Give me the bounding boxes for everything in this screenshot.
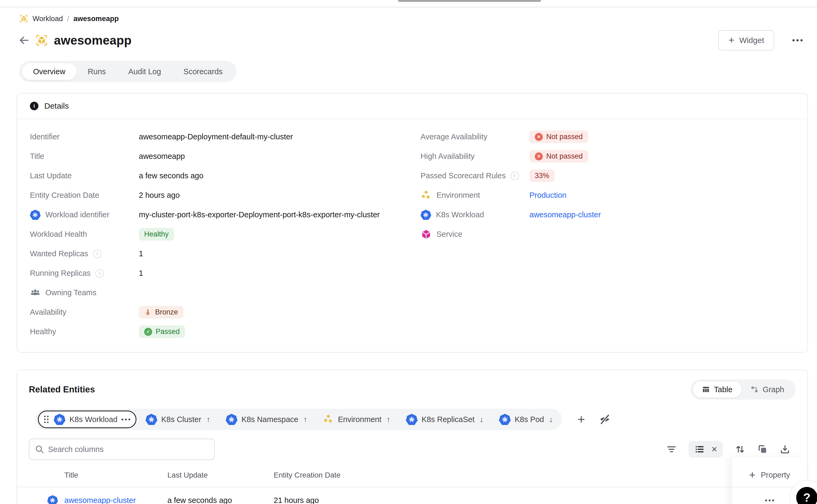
breadcrumb: Workload / awesomeapp: [19, 13, 817, 25]
last-update-value: a few seconds ago: [139, 171, 203, 180]
direction-up-icon: ↑: [303, 415, 307, 424]
row-menu-button[interactable]: [765, 499, 774, 501]
workload-health-badge: Healthy: [139, 228, 174, 241]
relation-chips-row: K8s Workload K8s Cluster ↑ K8s Namespace…: [35, 409, 796, 430]
add-widget-button[interactable]: + Widget: [718, 30, 774, 50]
row-title-link[interactable]: awesomeapp-cluster: [64, 496, 136, 504]
chip-k8s-cluster[interactable]: K8s Cluster ↑: [139, 411, 217, 428]
detail-row: Availability Bronze: [30, 302, 421, 322]
breadcrumb-workload[interactable]: Workload: [33, 15, 63, 23]
breadcrumb-separator: /: [67, 15, 69, 23]
detail-row: Wanted Replicas i 1: [30, 244, 421, 263]
sort-button[interactable]: [735, 444, 745, 455]
search-columns-input[interactable]: [29, 439, 215, 460]
detail-row: Service: [421, 225, 795, 244]
workload-blueprint-icon: [19, 14, 28, 23]
tab-overview[interactable]: Overview: [22, 63, 77, 80]
title-value: awesomeapp: [139, 152, 185, 161]
detail-row: Workload identifier my-cluster-port-k8s-…: [30, 205, 421, 225]
list-icon: [694, 444, 705, 454]
detail-row: Passed Scorecard Rules i 33%: [421, 166, 795, 186]
view-toggle: Table Graph: [690, 379, 796, 400]
filter-icon: [666, 444, 677, 455]
direction-down-icon: ↓: [480, 415, 484, 424]
direction-up-icon: ↑: [386, 415, 390, 424]
group-by-control: ×: [689, 441, 723, 458]
chip-environment[interactable]: Environment ↑: [316, 411, 397, 428]
kubernetes-icon: [47, 495, 58, 504]
detail-row: Average Availability × Not passed: [421, 127, 795, 147]
environment-icon: [323, 414, 334, 425]
environment-icon: [421, 190, 432, 201]
average-availability-badge: × Not passed: [529, 131, 588, 143]
info-tooltip-icon[interactable]: i: [510, 172, 519, 180]
back-arrow-icon: [18, 35, 30, 46]
detail-row: K8s Workload awesomeapp-cluster: [421, 205, 795, 225]
teams-icon: [30, 288, 41, 298]
copy-icon: [757, 444, 768, 455]
kubernetes-icon: [54, 414, 65, 425]
toggle-graph[interactable]: Graph: [741, 381, 793, 397]
details-header: i Details: [17, 93, 807, 119]
detail-row: High Availability × Not passed: [421, 147, 795, 166]
detail-row: Entity Creation Date 2 hours ago: [30, 186, 421, 205]
eye-off-icon: [599, 414, 611, 425]
chip-k8s-namespace[interactable]: K8s Namespace ↑: [219, 411, 313, 428]
detail-row: Running Replicas i 1: [30, 263, 421, 283]
question-mark-icon: ?: [796, 487, 817, 504]
direction-up-icon: ↑: [206, 415, 210, 424]
kubernetes-icon: [226, 414, 237, 425]
tab-audit-log[interactable]: Audit Log: [117, 63, 172, 80]
workload-entity-icon: [35, 34, 48, 47]
detail-row: Title awesomeapp: [30, 147, 421, 166]
detail-row: Owning Teams: [30, 283, 421, 302]
column-header-last-update[interactable]: Last Update: [167, 471, 274, 479]
page: Workload / awesomeapp awesomeapp + Widge…: [0, 7, 817, 504]
more-menu-button[interactable]: [790, 37, 805, 44]
group-list-button[interactable]: [694, 444, 705, 454]
tab-scorecards[interactable]: Scorecards: [172, 63, 234, 80]
tab-runs[interactable]: Runs: [77, 63, 117, 80]
chip-k8s-pod[interactable]: K8s Pod ↓: [493, 411, 559, 428]
environment-link[interactable]: Production: [529, 191, 567, 200]
copy-button[interactable]: [757, 444, 768, 455]
details-right-column: Average Availability × Not passed High A…: [421, 127, 795, 341]
kubernetes-icon: [499, 414, 511, 425]
sort-icon: [735, 444, 745, 455]
table-row[interactable]: awesomeapp-cluster a few seconds ago 21 …: [17, 487, 807, 504]
add-property-button[interactable]: + Property: [749, 463, 790, 487]
scorecard-rules-badge: 33%: [529, 170, 555, 182]
service-icon: [421, 229, 432, 240]
related-entities-card: Related Entities Table Graph K8s Workloa…: [17, 370, 808, 504]
detail-row: Environment Production: [421, 186, 795, 205]
row-entity-creation-date: 21 hours ago: [274, 496, 807, 504]
clear-group-button[interactable]: ×: [712, 444, 717, 454]
details-heading: Details: [44, 101, 69, 111]
workload-identifier-value: my-cluster-port-k8s-exporter-Deployment-…: [139, 210, 380, 219]
availability-badge: Bronze: [139, 306, 183, 318]
column-header-entity-creation-date[interactable]: Entity Creation Date: [274, 471, 807, 479]
toggle-table[interactable]: Table: [693, 381, 741, 397]
chip-k8s-workload[interactable]: K8s Workload: [38, 411, 136, 428]
detail-row: Identifier awesomeapp-Deployment-default…: [30, 127, 421, 147]
back-button[interactable]: [18, 34, 30, 47]
row-last-update: a few seconds ago: [167, 496, 274, 504]
detail-row: Healthy ✓ Passed: [30, 322, 421, 341]
x-icon: ×: [535, 152, 543, 160]
download-button[interactable]: [780, 444, 790, 455]
chip-k8s-replicaset[interactable]: K8s ReplicaSet ↓: [399, 411, 490, 428]
hide-relations-button[interactable]: [599, 414, 611, 425]
info-tooltip-icon[interactable]: i: [93, 250, 101, 258]
add-relation-button[interactable]: +: [578, 413, 585, 426]
drag-handle-icon[interactable]: [44, 416, 49, 423]
related-entities-table: Title Last Update Entity Creation Date a…: [17, 464, 807, 504]
entity-header: awesomeapp + Widget: [18, 29, 809, 52]
chip-menu-icon[interactable]: [121, 419, 130, 420]
kubernetes-icon: [146, 414, 157, 425]
k8s-workload-link[interactable]: awesomeapp-cluster: [529, 210, 601, 219]
healthy-badge: ✓ Passed: [139, 325, 185, 338]
column-header-title[interactable]: Title: [29, 471, 167, 479]
filter-button[interactable]: [666, 444, 677, 455]
info-tooltip-icon[interactable]: i: [95, 269, 104, 278]
plus-icon: +: [728, 35, 734, 45]
